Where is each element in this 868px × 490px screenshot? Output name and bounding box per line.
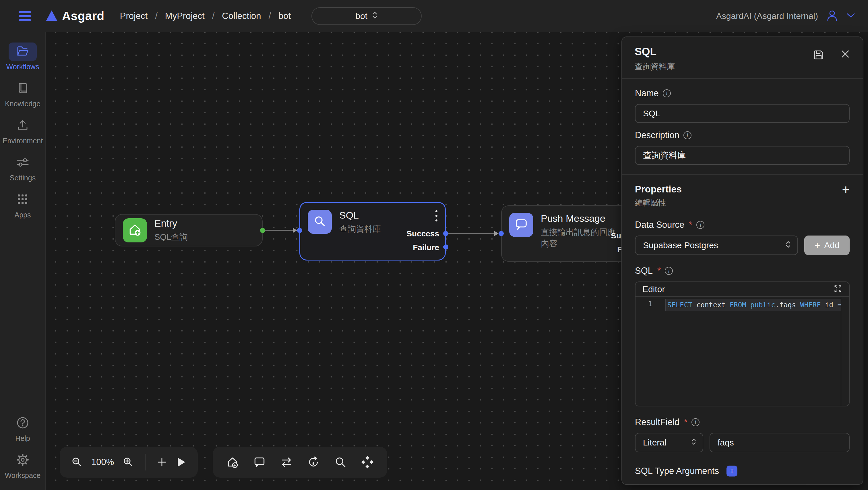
node-subtitle: 直接輸出訊息的回應內容 bbox=[541, 226, 620, 249]
search-node-tool-icon[interactable] bbox=[334, 456, 347, 469]
sql-type-arguments-label: SQL Type Arguments bbox=[635, 466, 719, 476]
entry-home-plus-icon bbox=[127, 222, 143, 238]
zoom-level: 100% bbox=[91, 457, 114, 467]
sql-editor[interactable]: Editor 1 SELECT context FROM public.faqs… bbox=[635, 282, 849, 406]
node-menu-kebab-icon[interactable] bbox=[435, 210, 437, 222]
user-avatar-icon[interactable] bbox=[826, 9, 839, 23]
required-asterisk: * bbox=[684, 417, 687, 427]
edge-sql-success-to-push bbox=[446, 231, 499, 236]
top-bar: Asgard Project / MyProject / Collection … bbox=[0, 0, 868, 32]
info-icon[interactable]: i bbox=[683, 131, 691, 139]
message-node-tool-icon[interactable] bbox=[253, 456, 266, 469]
node-subtitle: SQL查詢 bbox=[154, 231, 188, 243]
sql-code-line[interactable]: SELECT context FROM public.faqs WHERE id… bbox=[665, 299, 841, 311]
sidebar-item-knowledge[interactable]: Knowledge bbox=[5, 80, 40, 108]
info-icon[interactable]: i bbox=[665, 267, 673, 275]
message-bubble-icon bbox=[514, 217, 528, 233]
workflow-select[interactable]: bot bbox=[311, 7, 422, 25]
sidebar-nav: Workflows Knowledge Environment Settings bbox=[0, 32, 46, 490]
sidebar-item-workflows[interactable]: Workflows bbox=[6, 42, 39, 71]
updown-chevron-icon bbox=[372, 11, 378, 21]
breadcrumb-project[interactable]: Project bbox=[120, 11, 148, 21]
help-icon bbox=[16, 416, 29, 431]
node-entry[interactable]: Entry SQL查詢 bbox=[115, 214, 262, 247]
gear-icon bbox=[16, 453, 29, 468]
sidebar-item-workspace[interactable]: Workspace bbox=[5, 451, 41, 480]
add-node-plus-icon[interactable] bbox=[156, 457, 167, 468]
close-icon[interactable] bbox=[840, 49, 850, 62]
node-subtitle: 查詢資料庫 bbox=[339, 223, 381, 235]
node-tools-toolbar bbox=[213, 446, 387, 478]
node-sql[interactable]: SQL 查詢資料庫 Success Failure bbox=[299, 202, 446, 260]
node-config-panel: SQL 查詢資料庫 Namei SQL Descriptioni 查詢資料庫 bbox=[621, 36, 863, 485]
info-icon[interactable]: i bbox=[663, 89, 671, 97]
sidebar-item-apps[interactable]: Apps bbox=[9, 191, 37, 219]
editor-scrollbar[interactable] bbox=[841, 297, 841, 406]
run-play-icon[interactable] bbox=[176, 456, 186, 468]
diamond-grid-tool-icon[interactable] bbox=[361, 456, 374, 469]
output-label-success: Success bbox=[406, 229, 439, 238]
result-field-type-select[interactable]: Literal bbox=[635, 433, 703, 452]
node-title: Entry bbox=[154, 218, 188, 229]
zoom-in-icon[interactable] bbox=[123, 456, 134, 468]
sidebar-item-help[interactable]: Help bbox=[9, 414, 37, 442]
sql-label: SQL bbox=[635, 266, 653, 276]
hamburger-menu-icon[interactable] bbox=[19, 11, 31, 21]
zoom-out-icon[interactable] bbox=[71, 456, 83, 468]
folder-icon bbox=[16, 45, 29, 58]
account-label: AsgardAI (Asgard Internal) bbox=[716, 11, 818, 21]
data-source-label: Data Source bbox=[635, 220, 684, 230]
description-label: Description bbox=[635, 130, 679, 140]
edge-entry-to-sql bbox=[262, 228, 297, 233]
brand-title: Asgard bbox=[62, 9, 104, 23]
breadcrumb-collection[interactable]: Collection bbox=[222, 11, 261, 21]
zoom-toolbar: 100% bbox=[60, 446, 198, 478]
info-icon[interactable]: i bbox=[696, 221, 704, 229]
result-field-label: ResultField bbox=[635, 417, 679, 427]
asgard-logo-icon bbox=[45, 9, 58, 23]
sql-type-argument-row[interactable] bbox=[635, 484, 810, 485]
breadcrumb-bot[interactable]: bot bbox=[278, 11, 291, 21]
name-input[interactable]: SQL bbox=[635, 104, 849, 123]
add-sql-type-argument-button[interactable]: + bbox=[726, 466, 737, 477]
book-icon bbox=[17, 82, 29, 96]
breadcrumb-myproject[interactable]: MyProject bbox=[165, 11, 205, 21]
info-icon[interactable]: i bbox=[691, 418, 700, 426]
upload-icon bbox=[17, 119, 29, 133]
sidebar-item-environment[interactable]: Environment bbox=[3, 117, 43, 145]
plus-icon: + bbox=[814, 240, 820, 251]
loop-node-tool-icon[interactable] bbox=[307, 456, 320, 469]
node-title: SQL bbox=[339, 210, 381, 221]
properties-subtitle: 編輯屬性 bbox=[635, 198, 682, 208]
save-icon[interactable] bbox=[813, 49, 825, 62]
required-asterisk: * bbox=[657, 266, 661, 276]
properties-title: Properties bbox=[635, 184, 682, 195]
line-number: 1 bbox=[636, 297, 665, 406]
sliders-icon bbox=[16, 156, 29, 169]
output-label-failure: Failure bbox=[413, 243, 439, 252]
sidebar-item-settings[interactable]: Settings bbox=[9, 154, 37, 182]
entry-node-tool-icon[interactable] bbox=[226, 456, 239, 469]
sql-search-icon bbox=[313, 214, 327, 230]
expand-icon[interactable] bbox=[834, 284, 842, 294]
required-asterisk: * bbox=[689, 220, 692, 230]
description-input[interactable]: 查詢資料庫 bbox=[635, 146, 849, 165]
add-data-source-button[interactable]: + Add bbox=[804, 235, 849, 255]
app-window: Asgard Project / MyProject / Collection … bbox=[0, 0, 868, 490]
toolbar-divider bbox=[145, 454, 146, 470]
swap-arrows-tool-icon[interactable] bbox=[280, 456, 293, 469]
data-source-select[interactable]: Supabase Postgres bbox=[635, 235, 798, 255]
updown-chevron-icon bbox=[691, 438, 696, 448]
result-field-input[interactable]: faqs bbox=[710, 433, 849, 452]
add-property-plus-icon[interactable]: + bbox=[842, 184, 849, 195]
panel-subtitle: 查詢資料庫 bbox=[634, 61, 850, 72]
updown-chevron-icon bbox=[785, 240, 791, 251]
node-title: Push Message bbox=[541, 213, 620, 224]
name-label: Name bbox=[635, 88, 659, 98]
account-chevron-down-icon[interactable] bbox=[846, 12, 856, 20]
editor-title: Editor bbox=[642, 284, 665, 294]
breadcrumb: Project / MyProject / Collection / bot bbox=[120, 11, 291, 21]
apps-grid-icon bbox=[17, 193, 29, 206]
